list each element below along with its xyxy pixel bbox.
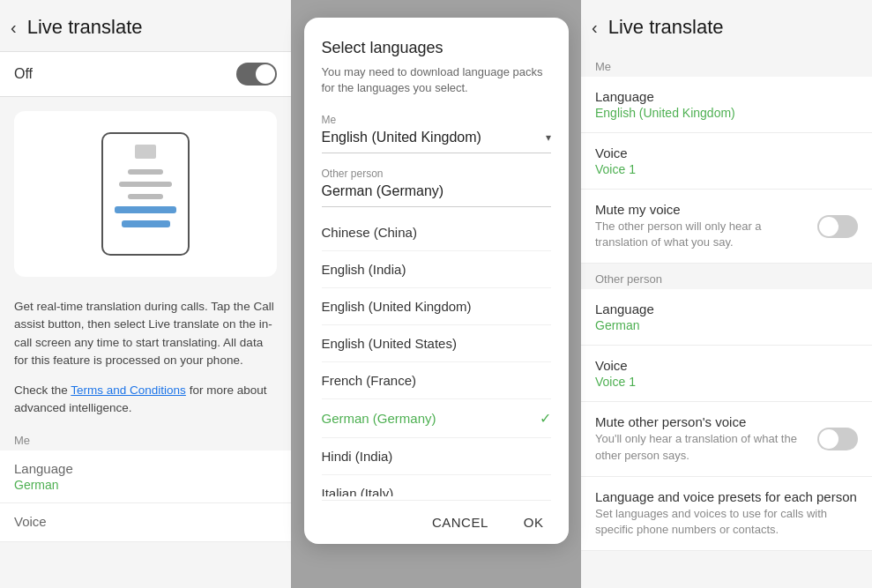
modal-actions: Cancel OK <box>322 500 551 544</box>
right-other-language-row[interactable]: Language German <box>581 289 872 346</box>
mute-other-desc: You'll only hear a translation of what t… <box>595 431 817 463</box>
right-title: Live translate <box>608 16 724 39</box>
bar-3 <box>128 194 163 199</box>
right-other-voice-value: Voice 1 <box>595 375 858 389</box>
mute-other-toggle-row: Mute other person's voice You'll only he… <box>595 414 858 463</box>
phone-icon <box>135 145 156 159</box>
mute-other-text: Mute other person's voice You'll only he… <box>595 414 817 463</box>
right-other-voice-label: Voice <box>595 358 858 373</box>
mute-my-voice-desc: The other person will only hear a transl… <box>595 219 817 250</box>
language-value-left: German <box>14 478 277 492</box>
description: Get real-time translation during calls. … <box>0 291 291 375</box>
left-panel: ‹ Live translate Off Get real-time trans… <box>0 0 291 588</box>
right-voice-label: Voice <box>595 145 858 160</box>
modal-me-value: English (United Kingdom) <box>322 130 481 145</box>
right-language-label: Language <box>595 89 858 104</box>
mute-my-voice-toggle[interactable] <box>817 215 858 238</box>
ok-button[interactable]: OK <box>517 511 551 533</box>
modal-me-dropdown[interactable]: English (United Kingdom) ▾ <box>322 130 551 153</box>
back-button[interactable]: ‹ <box>11 18 17 38</box>
modal-title: Select languages <box>322 39 551 57</box>
phone-mockup <box>101 132 190 256</box>
language-item[interactable]: English (India) <box>322 251 551 288</box>
right-back-button[interactable]: ‹ <box>592 18 598 38</box>
right-language-value: English (United Kingdom) <box>595 106 858 120</box>
modal-card: Select languages You may need to downloa… <box>304 18 569 544</box>
voice-label-left: Voice <box>14 514 277 529</box>
toggle-label: Off <box>14 66 33 82</box>
terms-link[interactable]: Terms and Conditions <box>71 383 186 397</box>
mute-my-voice-toggle-row: Mute my voice The other person will only… <box>595 202 858 250</box>
mute-my-voice-text: Mute my voice The other person will only… <box>595 202 817 250</box>
language-item[interactable]: Italian (Italy) <box>322 475 551 496</box>
left-title: Live translate <box>27 16 143 39</box>
terms-prefix: Check the <box>14 383 71 397</box>
language-item[interactable]: Hindi (India) <box>322 438 551 475</box>
right-other-language-value: German <box>595 318 858 332</box>
right-panel: ‹ Live translate Me Language English (Un… <box>581 0 872 588</box>
off-toggle[interactable] <box>236 63 277 86</box>
language-item[interactable]: German (Germany)✓ <box>322 399 551 438</box>
right-voice-row[interactable]: Voice Voice 1 <box>581 133 872 190</box>
dropdown-arrow-icon: ▾ <box>546 131 551 144</box>
modal-other-value: German (Germany) <box>322 183 551 207</box>
section-me-left: Me <box>0 423 291 450</box>
mute-other-label: Mute other person's voice <box>595 414 817 429</box>
preview-box <box>14 111 277 277</box>
cancel-button[interactable]: Cancel <box>425 511 496 533</box>
terms-paragraph: Check the Terms and Conditions for more … <box>0 375 291 423</box>
mute-other-toggle[interactable] <box>817 428 858 450</box>
right-other-language-label: Language <box>595 301 858 316</box>
modal-overlay: Select languages You may need to downloa… <box>291 0 581 588</box>
left-header: ‹ Live translate <box>0 0 291 51</box>
mute-my-voice-label: Mute my voice <box>595 202 817 217</box>
right-section-me: Me <box>581 51 872 77</box>
bar-blue-2 <box>122 220 170 227</box>
presets-label: Language and voice presets for each pers… <box>595 489 858 504</box>
right-section-other: Other person <box>581 264 872 289</box>
language-item[interactable]: French (France) <box>322 362 551 399</box>
modal-other-label: Other person <box>322 167 551 180</box>
bar-blue-1 <box>115 206 176 213</box>
language-list: Chinese (China)English (India)English (U… <box>322 214 551 496</box>
mute-my-voice-row: Mute my voice The other person will only… <box>581 190 872 264</box>
presets-row[interactable]: Language and voice presets for each pers… <box>581 477 872 551</box>
voice-row-left[interactable]: Voice <box>0 503 291 542</box>
modal-subtitle: You may need to download language packs … <box>322 64 551 96</box>
right-header: ‹ Live translate <box>581 0 872 51</box>
language-label-left: Language <box>14 461 277 476</box>
right-other-voice-row[interactable]: Voice Voice 1 <box>581 346 872 402</box>
off-toggle-row: Off <box>0 51 291 97</box>
checkmark-icon: ✓ <box>540 410 551 427</box>
presets-desc: Set languages and voices to use for call… <box>595 506 858 538</box>
bar-2 <box>119 182 172 187</box>
modal-me-label: Me <box>322 114 551 126</box>
mute-other-row: Mute other person's voice You'll only he… <box>581 402 872 476</box>
language-item[interactable]: English (United Kingdom) <box>322 288 551 325</box>
language-item[interactable]: English (United States) <box>322 325 551 362</box>
language-row-left[interactable]: Language German <box>0 450 291 503</box>
bar-1 <box>128 169 163 175</box>
right-voice-value: Voice 1 <box>595 162 858 176</box>
right-language-row[interactable]: Language English (United Kingdom) <box>581 77 872 133</box>
language-item[interactable]: Chinese (China) <box>322 214 551 251</box>
